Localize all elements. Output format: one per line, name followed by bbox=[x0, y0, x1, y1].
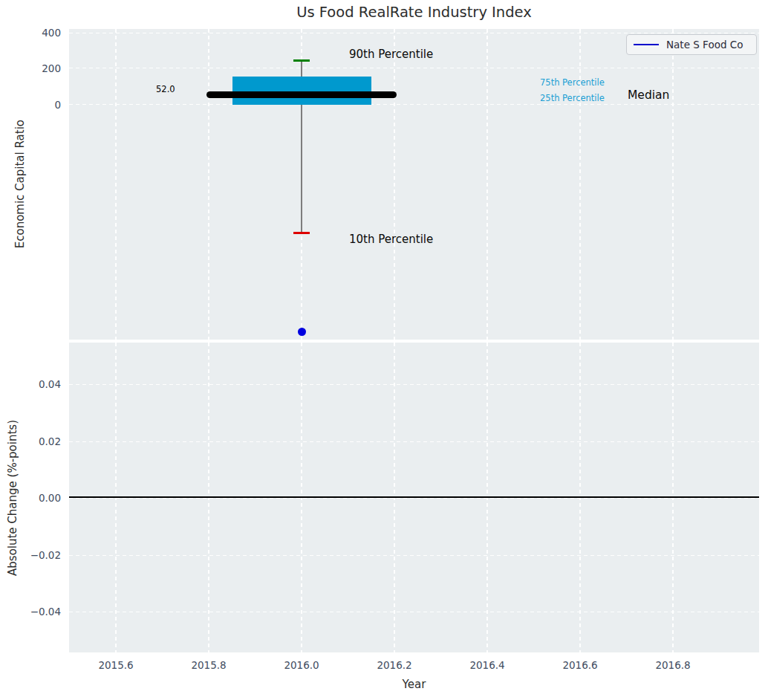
figure: Us Food RealRate Industry Index 52.0 90t… bbox=[0, 0, 768, 700]
x-tick-label: 2016.2 bbox=[361, 658, 428, 672]
gridline-vertical bbox=[579, 29, 580, 340]
gridline-vertical bbox=[672, 29, 673, 340]
p90-annotation: 90th Percentile bbox=[349, 48, 433, 62]
x-tick-label: 2015.6 bbox=[82, 658, 149, 672]
chart-title: Us Food RealRate Industry Index bbox=[69, 4, 759, 21]
p90-cap-marker bbox=[293, 59, 310, 62]
x-tick-label: 2016.4 bbox=[454, 658, 521, 672]
legend-box: Nate S Food Co bbox=[626, 34, 757, 55]
top-axes: 52.0 90th Percentile 10th Percentile 75t… bbox=[69, 29, 759, 340]
interquartile-box bbox=[232, 77, 371, 105]
gridline-horizontal bbox=[69, 612, 759, 612]
legend-line-sample bbox=[634, 44, 659, 46]
gridline-horizontal bbox=[69, 555, 759, 556]
p25-annotation: 25th Percentile bbox=[540, 93, 605, 104]
x-tick-label: 2016.6 bbox=[547, 658, 614, 672]
bottom-y-axis-label-wrap: Absolute Change (%-points) bbox=[6, 343, 19, 652]
x-tick-label: 2016.8 bbox=[640, 658, 706, 672]
gridline-vertical bbox=[208, 29, 209, 340]
gridline-horizontal bbox=[69, 104, 759, 105]
x-axis-label: Year bbox=[69, 678, 759, 691]
gridline-horizontal bbox=[69, 33, 759, 33]
x-tick-label: 2015.8 bbox=[175, 658, 242, 672]
legend-label: Nate S Food Co bbox=[666, 39, 743, 51]
top-y-axis-label: Economic Capital Ratio bbox=[13, 120, 27, 248]
zero-reference-line bbox=[69, 496, 759, 498]
y-tick-label: −0.02 bbox=[15, 548, 61, 562]
y-tick-label: 0.02 bbox=[15, 435, 61, 448]
company-data-point bbox=[298, 328, 306, 336]
median-line bbox=[206, 91, 397, 98]
median-value-label: 52.0 bbox=[156, 84, 175, 94]
bottom-y-axis-label: Absolute Change (%-points) bbox=[6, 420, 19, 576]
top-y-axis-label-wrap: Economic Capital Ratio bbox=[13, 29, 27, 340]
y-tick-label: −0.04 bbox=[15, 605, 61, 618]
bottom-axes bbox=[69, 343, 759, 652]
gridline-vertical bbox=[486, 29, 487, 340]
x-tick-label: 2016.0 bbox=[268, 658, 335, 672]
gridline-vertical bbox=[394, 29, 394, 340]
y-tick-label: 0.00 bbox=[15, 491, 61, 505]
p75-annotation: 75th Percentile bbox=[540, 77, 605, 88]
gridline-horizontal bbox=[69, 384, 759, 385]
gridline-horizontal bbox=[69, 441, 759, 442]
p10-cap-marker bbox=[293, 232, 310, 234]
p10-annotation: 10th Percentile bbox=[349, 233, 433, 247]
gridline-vertical bbox=[115, 29, 116, 340]
gridline-horizontal bbox=[69, 68, 759, 68]
y-tick-label: 0.04 bbox=[15, 377, 61, 391]
median-annotation: Median bbox=[628, 88, 669, 103]
